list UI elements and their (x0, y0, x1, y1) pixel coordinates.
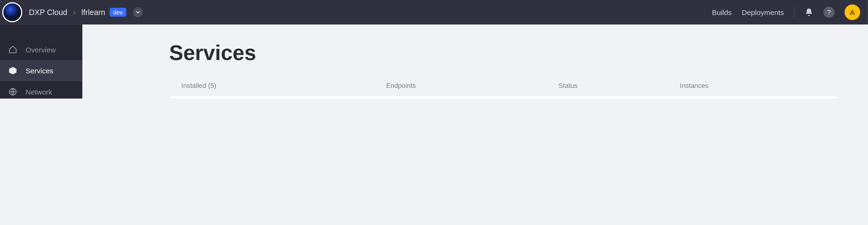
breadcrumb-product[interactable]: DXP Cloud (29, 8, 67, 17)
sidebar: Overview Services Network Activities (0, 25, 82, 99)
globe-icon (8, 87, 18, 96)
nav-deployments[interactable]: Deployments (742, 8, 784, 17)
service-row[interactable]: backup liferaycloud/backup:3.2.1 backup-… (169, 96, 837, 99)
breadcrumb: DXP Cloud › lfrlearn dev (2, 2, 143, 22)
env-badge: dev (110, 8, 126, 17)
col-header-status: Status (559, 82, 680, 90)
home-icon (8, 45, 18, 54)
breadcrumb-project[interactable]: lfrlearn (82, 8, 105, 17)
sidebar-item-label: Overview (26, 45, 56, 54)
bell-icon (804, 8, 813, 17)
col-header-endpoints: Endpoints (386, 82, 559, 90)
page-title: Services (169, 41, 837, 65)
nav-builds[interactable]: Builds (712, 8, 732, 17)
table-header: Installed (5) Endpoints Status Instances (169, 75, 837, 96)
chevron-down-icon (135, 9, 141, 15)
env-dropdown[interactable] (133, 7, 143, 17)
avatar-initial: A (850, 8, 855, 17)
topbar: DXP Cloud › lfrlearn dev Builds Deployme… (0, 0, 868, 25)
avatar[interactable]: A (845, 4, 860, 20)
help-button[interactable]: ? (824, 7, 835, 18)
chevron-right-icon: › (73, 7, 76, 17)
services-card: backup liferaycloud/backup:3.2.1 backup-… (169, 96, 837, 99)
question-icon: ? (827, 8, 831, 16)
col-header-installed: Installed (5) (181, 82, 386, 90)
sidebar-item-overview[interactable]: Overview (0, 39, 82, 60)
sidebar-item-services[interactable]: Services (0, 60, 82, 81)
col-header-instances: Instances (680, 82, 752, 90)
product-logo[interactable] (2, 2, 22, 22)
box-icon (8, 66, 18, 75)
divider (794, 7, 795, 18)
content: Services Installed (5) Endpoints Status … (82, 25, 868, 99)
topbar-right: Builds Deployments ? A (712, 4, 860, 20)
sidebar-item-label: Network (26, 88, 52, 96)
sidebar-item-label: Services (26, 66, 54, 75)
notifications-button[interactable] (804, 8, 813, 17)
sidebar-item-network[interactable]: Network (0, 81, 82, 99)
